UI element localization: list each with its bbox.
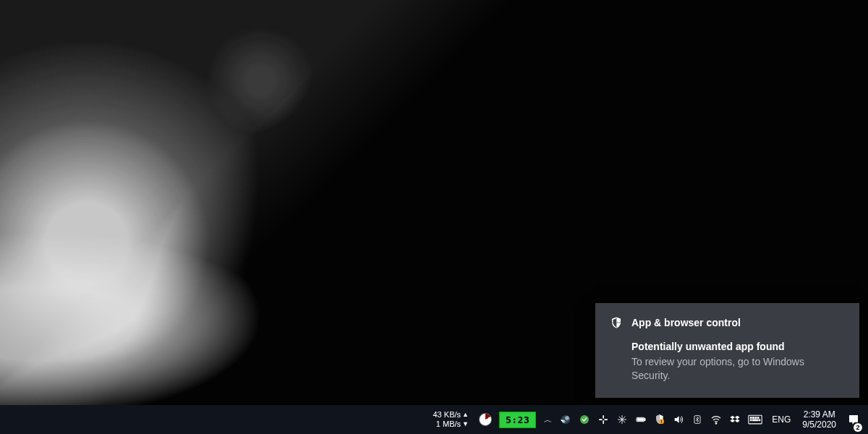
- keyboard-icon: [748, 414, 762, 425]
- svg-rect-21: [753, 417, 754, 419]
- show-hidden-icons-button[interactable]: ︿: [540, 405, 556, 434]
- windows-security-tray[interactable]: !: [650, 405, 669, 434]
- battery-icon: [635, 414, 647, 425]
- svg-rect-26: [759, 420, 760, 421]
- notification-heading: Potentially unwanted app found: [631, 341, 845, 352]
- action-center-button[interactable]: 2: [842, 405, 865, 434]
- svg-rect-13: [644, 419, 645, 421]
- status-ok-tray[interactable]: [575, 405, 594, 434]
- system-tray: 43 KB/s ▲ 1 MB/s ▼ 5:23 ︿: [427, 405, 866, 434]
- dropbox-tray[interactable]: [726, 405, 744, 434]
- shield-icon: [610, 316, 623, 329]
- svg-point-2: [561, 415, 570, 424]
- svg-rect-14: [638, 419, 644, 421]
- time-label: 2:39 AM: [804, 409, 835, 420]
- language-label: ENG: [772, 414, 791, 425]
- chevron-up-icon: ︿: [544, 414, 552, 425]
- snowflake-icon: [616, 414, 628, 425]
- svg-rect-8: [603, 415, 605, 419]
- wifi-icon: [710, 414, 722, 425]
- steam-icon: [560, 414, 571, 425]
- svg-point-7: [580, 415, 589, 424]
- disk-usage-pie[interactable]: [475, 405, 495, 434]
- svg-text:!: !: [661, 420, 663, 424]
- shield-warning-icon: !: [654, 414, 665, 425]
- svg-point-18: [715, 423, 717, 425]
- notification-count-badge: 2: [854, 423, 862, 432]
- dropbox-icon: [729, 414, 741, 425]
- svg-rect-22: [755, 417, 757, 419]
- bluetooth-icon: [692, 414, 703, 425]
- notification-header: App & browser control: [610, 316, 845, 329]
- svg-rect-10: [599, 419, 603, 420]
- battery-tray[interactable]: [631, 405, 650, 434]
- check-circle-icon: [579, 414, 590, 425]
- volume-tray[interactable]: [669, 405, 688, 434]
- svg-rect-25: [753, 420, 758, 421]
- down-arrow-icon: ▼: [462, 420, 469, 429]
- notification-app-title: App & browser control: [631, 317, 741, 328]
- bluetooth-tray[interactable]: [688, 405, 707, 434]
- slack-icon: [597, 414, 609, 425]
- speaker-icon: [673, 414, 684, 425]
- svg-rect-9: [603, 420, 605, 424]
- svg-rect-23: [758, 417, 760, 419]
- notification-body: Potentially unwanted app found To review…: [610, 341, 845, 383]
- up-arrow-icon: ▲: [462, 410, 469, 420]
- clock-tray[interactable]: 2:39 AM 9/5/2020: [796, 405, 842, 434]
- svg-rect-20: [751, 417, 752, 419]
- svg-rect-24: [751, 420, 752, 421]
- language-indicator[interactable]: ENG: [766, 405, 796, 434]
- upload-speed: 1 MB/s: [436, 420, 461, 429]
- download-speed: 43 KB/s: [433, 410, 461, 420]
- snowflake-tray[interactable]: [613, 405, 631, 434]
- keyboard-tray[interactable]: [744, 405, 766, 434]
- pie-chart-icon: [479, 413, 492, 426]
- timer-widget[interactable]: 5:23: [495, 405, 540, 434]
- slack-tray[interactable]: [594, 405, 613, 434]
- wifi-tray[interactable]: [707, 405, 726, 434]
- taskbar: 43 KB/s ▲ 1 MB/s ▼ 5:23 ︿: [0, 405, 868, 434]
- steam-tray[interactable]: [556, 405, 575, 434]
- svg-point-4: [566, 417, 568, 419]
- svg-rect-1: [612, 322, 621, 323]
- network-speed-monitor[interactable]: 43 KB/s ▲ 1 MB/s ▼: [427, 405, 475, 434]
- notification-message: To review your options, go to Windows Se…: [631, 355, 845, 383]
- security-notification-toast[interactable]: App & browser control Potentially unwant…: [595, 303, 859, 398]
- timer-label: 5:23: [499, 412, 536, 428]
- svg-rect-11: [605, 419, 608, 420]
- date-label: 9/5/2020: [802, 420, 836, 430]
